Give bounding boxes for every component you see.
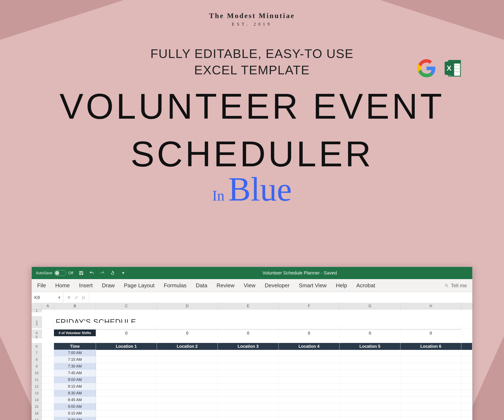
col-header-b[interactable]: B bbox=[54, 303, 96, 309]
cell[interactable] bbox=[42, 309, 54, 312]
schedule-cell[interactable] bbox=[401, 356, 461, 363]
schedule-cell[interactable] bbox=[96, 350, 157, 356]
schedule-cell[interactable] bbox=[340, 383, 401, 390]
schedule-cell[interactable] bbox=[279, 350, 340, 356]
cell[interactable] bbox=[157, 309, 218, 312]
tab-view[interactable]: View bbox=[244, 282, 256, 289]
cell[interactable] bbox=[279, 309, 340, 312]
cell[interactable] bbox=[54, 309, 96, 312]
name-box[interactable]: K8 ▾ bbox=[32, 292, 63, 303]
cell[interactable] bbox=[461, 383, 472, 390]
cell[interactable] bbox=[401, 309, 461, 312]
col-header-h[interactable]: H bbox=[401, 303, 461, 309]
touch-icon[interactable] bbox=[110, 270, 115, 276]
schedule-cell[interactable] bbox=[96, 417, 157, 420]
schedule-cell[interactable] bbox=[279, 363, 340, 370]
schedule-cell[interactable] bbox=[157, 390, 218, 397]
row-header[interactable]: 1 bbox=[32, 309, 42, 312]
schedule-cell[interactable] bbox=[401, 370, 461, 377]
cell[interactable] bbox=[461, 350, 472, 356]
cell[interactable] bbox=[340, 336, 401, 338]
row-header[interactable]: 8 bbox=[32, 356, 42, 363]
tab-acrobat[interactable]: Acrobat bbox=[356, 282, 375, 289]
cancel-formula-icon[interactable]: ✕ bbox=[67, 295, 71, 300]
schedule-cell[interactable] bbox=[96, 356, 157, 363]
schedule-cell[interactable] bbox=[96, 377, 157, 383]
cell[interactable] bbox=[461, 356, 472, 363]
cell[interactable] bbox=[42, 350, 54, 356]
tab-home[interactable]: Home bbox=[55, 282, 70, 289]
cell[interactable] bbox=[157, 336, 218, 338]
cell[interactable] bbox=[461, 330, 472, 337]
cell[interactable] bbox=[96, 323, 157, 326]
tab-page-layout[interactable]: Page Layout bbox=[124, 282, 155, 289]
schedule-cell[interactable] bbox=[157, 383, 218, 390]
cell[interactable] bbox=[157, 323, 218, 326]
schedule-cell[interactable] bbox=[279, 410, 340, 417]
row-header[interactable]: 11 bbox=[32, 377, 42, 383]
time-cell[interactable]: 8:45 AM bbox=[54, 397, 96, 403]
schedule-cell[interactable] bbox=[218, 377, 279, 383]
cell[interactable] bbox=[42, 410, 54, 417]
cell[interactable] bbox=[461, 403, 472, 410]
shift-count-cell[interactable]: 0 bbox=[157, 330, 218, 337]
cell[interactable] bbox=[461, 417, 472, 420]
schedule-cell[interactable] bbox=[218, 397, 279, 403]
schedule-cell[interactable] bbox=[279, 417, 340, 420]
schedule-cell[interactable] bbox=[279, 383, 340, 390]
schedule-cell[interactable] bbox=[157, 370, 218, 377]
cell[interactable] bbox=[461, 377, 472, 383]
row-header[interactable]: 7 bbox=[32, 350, 42, 356]
cell[interactable] bbox=[218, 336, 279, 338]
schedule-cell[interactable] bbox=[340, 410, 401, 417]
cell[interactable] bbox=[461, 390, 472, 397]
sheet-title[interactable]: FRIDAY'S SCHEDULE bbox=[54, 316, 472, 328]
schedule-cell[interactable] bbox=[340, 356, 401, 363]
schedule-cell[interactable] bbox=[340, 350, 401, 356]
schedule-cell[interactable] bbox=[401, 363, 461, 370]
cell[interactable] bbox=[42, 316, 54, 328]
col-header-f[interactable]: F bbox=[279, 303, 340, 309]
cell[interactable] bbox=[218, 323, 279, 326]
time-cell[interactable]: 9:30 AM bbox=[54, 417, 96, 420]
schedule-cell[interactable] bbox=[340, 370, 401, 377]
cell[interactable] bbox=[42, 383, 54, 390]
tab-formulas[interactable]: Formulas bbox=[164, 282, 186, 289]
schedule-cell[interactable] bbox=[340, 403, 401, 410]
location-header[interactable]: Location 5 bbox=[340, 343, 401, 350]
tab-data[interactable]: Data bbox=[196, 282, 207, 289]
cell[interactable] bbox=[461, 343, 472, 350]
name-box-dropdown-icon[interactable]: ▾ bbox=[58, 295, 60, 300]
schedule-cell[interactable] bbox=[340, 377, 401, 383]
row-header[interactable]: 13 bbox=[32, 390, 42, 397]
location-header[interactable]: Location 4 bbox=[279, 343, 340, 350]
location-header[interactable]: Location 3 bbox=[218, 343, 279, 350]
schedule-cell[interactable] bbox=[279, 377, 340, 383]
cell[interactable] bbox=[461, 309, 472, 312]
qat-dropdown-icon[interactable]: ▾ bbox=[121, 270, 126, 276]
schedule-cell[interactable] bbox=[401, 383, 461, 390]
time-cell[interactable]: 7:45 AM bbox=[54, 370, 96, 377]
cell[interactable] bbox=[96, 336, 157, 338]
schedule-cell[interactable] bbox=[218, 410, 279, 417]
col-header-c[interactable]: C bbox=[96, 303, 157, 309]
row-header[interactable]: 3 bbox=[32, 323, 42, 326]
schedule-cell[interactable] bbox=[157, 410, 218, 417]
time-cell[interactable]: 7:30 AM bbox=[54, 363, 96, 370]
schedule-cell[interactable] bbox=[157, 377, 218, 383]
cell[interactable] bbox=[42, 336, 54, 338]
cell[interactable] bbox=[340, 309, 401, 312]
cell[interactable] bbox=[401, 336, 461, 338]
cell[interactable] bbox=[42, 403, 54, 410]
shift-count-cell[interactable]: 0 bbox=[279, 330, 340, 337]
schedule-cell[interactable] bbox=[96, 383, 157, 390]
schedule-cell[interactable] bbox=[279, 397, 340, 403]
cell[interactable] bbox=[461, 323, 472, 326]
row-header[interactable]: 10 bbox=[32, 370, 42, 377]
cell[interactable] bbox=[340, 323, 401, 326]
schedule-cell[interactable] bbox=[96, 390, 157, 397]
accept-formula-icon[interactable]: ✓ bbox=[75, 295, 78, 300]
schedule-cell[interactable] bbox=[157, 397, 218, 403]
schedule-cell[interactable] bbox=[96, 370, 157, 377]
cell[interactable] bbox=[42, 330, 54, 337]
